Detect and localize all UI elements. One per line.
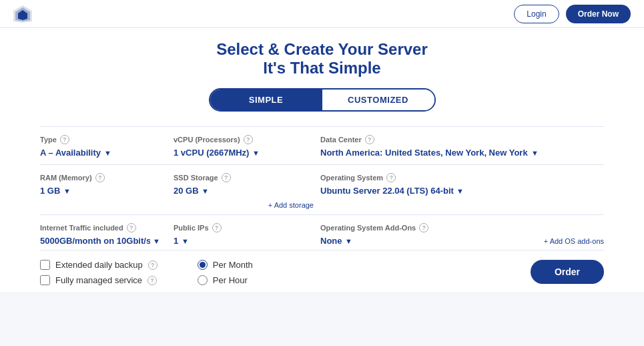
vcpu-select[interactable]: 1 vCPU (2667MHz) [174, 148, 250, 158]
ssd-field: SSD Storage ? 20 GB ▼ + Add storage [174, 173, 320, 210]
managed-checkbox[interactable] [40, 275, 50, 285]
publicips-chevron-icon: ▼ [182, 237, 189, 245]
os-addons-select[interactable]: None [320, 236, 342, 246]
hourly-label: Per Hour [213, 275, 248, 285]
add-os-link[interactable]: + Add OS add-ons [544, 237, 604, 245]
vcpu-help-icon[interactable]: ? [244, 135, 253, 144]
ram-help-icon[interactable]: ? [95, 173, 105, 182]
traffic-field: Internet Traffic included ? 5000GB/month… [40, 223, 174, 246]
ram-field: RAM (Memory) ? 1 GB ▼ [40, 173, 174, 210]
ssd-label: SSD Storage [174, 174, 218, 182]
os-select[interactable]: Ubuntu Server 22.04 (LTS) 64-bit [320, 186, 454, 196]
datacenter-help-icon[interactable]: ? [365, 135, 374, 144]
traffic-help-icon[interactable]: ? [127, 223, 136, 232]
backup-checkbox[interactable] [40, 260, 50, 270]
managed-label: Fully managed service [55, 275, 142, 285]
datacenter-field: Data Center ? North America: United Stat… [320, 135, 604, 158]
login-button[interactable]: Login [514, 5, 559, 23]
os-addons-chevron-icon: ▼ [345, 237, 352, 245]
traffic-chevron-icon: ▼ [153, 237, 160, 245]
managed-help-icon[interactable]: ? [147, 276, 157, 285]
type-help-icon[interactable]: ? [60, 135, 69, 144]
publicips-field: Public IPs ? 1 ▼ [174, 223, 320, 246]
datacenter-chevron-icon: ▼ [531, 149, 539, 157]
monthly-label: Per Month [213, 260, 253, 270]
order-now-button[interactable]: Order Now [566, 5, 631, 23]
traffic-select[interactable]: 5000GB/month on 10Gbit/sec p [40, 236, 150, 246]
ram-label: RAM (Memory) [40, 174, 92, 182]
vcpu-field: vCPU (Processors) ? 1 vCPU (2667MHz) ▼ [174, 135, 320, 158]
tab-switcher: SIMPLE CUSTOMIZED [40, 88, 604, 112]
tab-customized[interactable]: CUSTOMIZED [322, 90, 434, 110]
type-field: Type ? A – Availability ▼ [40, 135, 174, 158]
order-button[interactable]: Order [531, 260, 604, 284]
hero-line2: It's That Simple [40, 59, 604, 77]
ssd-chevron-icon: ▼ [202, 187, 209, 195]
hero-line1: Select & Create Your Server [40, 40, 604, 59]
publicips-label: Public IPs [174, 224, 209, 232]
os-addons-field: Operating System Add-Ons ? None ▼ + Add … [320, 223, 604, 246]
os-addons-help-icon[interactable]: ? [419, 223, 428, 232]
os-label: Operating System [320, 174, 383, 182]
monthly-radio-item: Per Month [198, 260, 253, 270]
ram-chevron-icon: ▼ [63, 187, 71, 195]
os-help-icon[interactable]: ? [386, 173, 396, 182]
os-chevron-icon: ▼ [456, 187, 464, 195]
ssd-select[interactable]: 20 GB [174, 186, 199, 196]
publicips-help-icon[interactable]: ? [212, 223, 222, 232]
vcpu-chevron-icon: ▼ [252, 149, 260, 157]
type-label: Type [40, 136, 57, 144]
hourly-radio[interactable] [198, 275, 208, 285]
os-addons-label: Operating System Add-Ons [320, 224, 416, 232]
type-select[interactable]: A – Availability [40, 148, 101, 158]
logo [12, 4, 33, 27]
hero-heading: Select & Create Your Server It's That Si… [40, 40, 604, 77]
hourly-radio-item: Per Hour [198, 275, 253, 285]
backup-help-icon[interactable]: ? [148, 261, 157, 270]
backup-label: Extended daily backup [55, 260, 143, 270]
traffic-label: Internet Traffic included [40, 224, 123, 232]
checkboxes-group: Extended daily backup ? Fully managed se… [40, 260, 157, 285]
managed-checkbox-item: Fully managed service ? [40, 275, 157, 285]
tab-simple[interactable]: SIMPLE [210, 90, 322, 110]
top-bar: Login Order Now [0, 0, 644, 28]
ssd-help-icon[interactable]: ? [222, 173, 231, 182]
datacenter-select[interactable]: North America: United States, New York, … [320, 148, 529, 158]
monthly-radio[interactable] [198, 260, 208, 270]
datacenter-label: Data Center [320, 136, 362, 144]
os-field: Operating System ? Ubuntu Server 22.04 (… [320, 173, 604, 210]
ram-select[interactable]: 1 GB [40, 186, 61, 196]
vcpu-label: vCPU (Processors) [174, 136, 240, 144]
add-storage-link[interactable]: + Add storage [268, 201, 314, 209]
publicips-select[interactable]: 1 [174, 236, 179, 246]
backup-checkbox-item: Extended daily backup ? [40, 260, 157, 270]
billing-radio-group: Per Month Per Hour [198, 260, 253, 285]
type-chevron-icon: ▼ [104, 149, 111, 157]
